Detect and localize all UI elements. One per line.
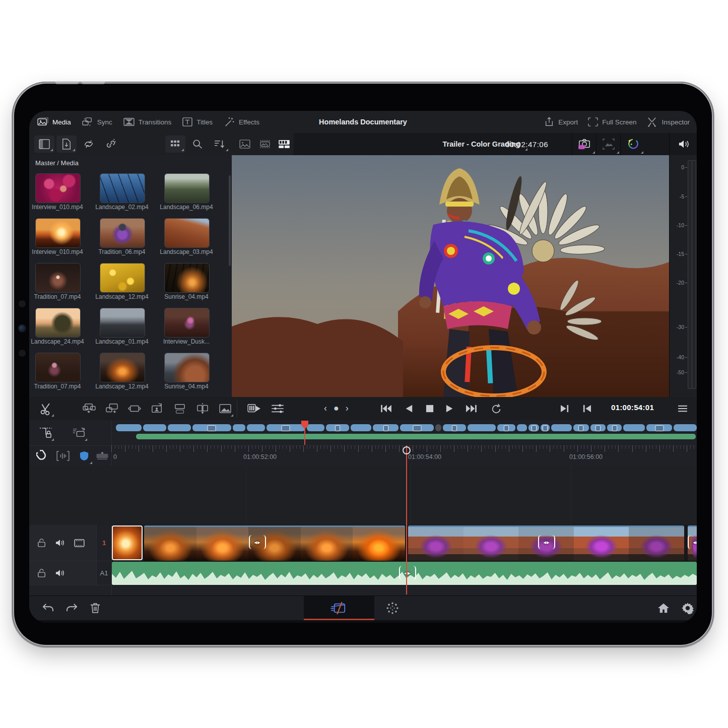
- transition-button[interactable]: [216, 399, 235, 418]
- filmstrip-frame: [574, 527, 629, 561]
- media-thumbnail[interactable]: [100, 218, 145, 248]
- trim-handle[interactable]: ◂▸: [249, 535, 266, 549]
- color-page-tab[interactable]: [383, 599, 402, 618]
- search-button[interactable]: [187, 136, 208, 153]
- video-clip-selected[interactable]: [112, 525, 143, 560]
- home-button[interactable]: [654, 599, 673, 618]
- place-on-top-button[interactable]: [170, 399, 189, 418]
- meter-tick: -50: [673, 369, 684, 375]
- panel-toggle-button[interactable]: [34, 136, 54, 153]
- playhead-lock-tool[interactable]: [36, 423, 55, 442]
- grid-view-button[interactable]: [165, 136, 185, 153]
- settings-button[interactable]: [678, 599, 697, 618]
- smart-insert-button[interactable]: [148, 399, 167, 418]
- media-scrollbar[interactable]: [229, 175, 231, 266]
- sync-lock-tool[interactable]: [70, 423, 89, 442]
- media-thumbnail[interactable]: [100, 308, 145, 338]
- undo-button[interactable]: [38, 599, 57, 618]
- media-thumbnail[interactable]: [164, 308, 210, 338]
- video-preview[interactable]: [232, 155, 669, 397]
- meter-tick: -15: [673, 251, 684, 257]
- color-boost-button[interactable]: [620, 133, 645, 155]
- lock-icon[interactable]: [37, 538, 46, 548]
- go-to-start-button[interactable]: [377, 399, 396, 418]
- snapping-magnet-button[interactable]: [32, 446, 51, 466]
- transform-button[interactable]: [596, 133, 621, 155]
- video-clip-sunset[interactable]: [144, 525, 405, 561]
- audio-meter-header[interactable]: [669, 133, 697, 155]
- media-thumbnail[interactable]: [164, 353, 210, 382]
- cut-page-tab[interactable]: [304, 596, 374, 620]
- overwrite-clip-button[interactable]: [102, 399, 121, 418]
- view-strip-button[interactable]: [274, 136, 294, 153]
- timeline-options-menu[interactable]: [673, 399, 692, 418]
- resync-button[interactable]: [79, 136, 99, 153]
- flag-shield-button[interactable]: [75, 446, 94, 466]
- import-media-button[interactable]: [56, 136, 77, 153]
- track-audio-icon[interactable]: [55, 539, 65, 547]
- go-to-end-button[interactable]: [461, 399, 481, 418]
- full-screen-button[interactable]: Full Screen: [588, 117, 636, 126]
- cut-tool-button[interactable]: [36, 399, 55, 418]
- media-thumbnail[interactable]: [100, 173, 145, 203]
- insert-clip-button[interactable]: [80, 399, 99, 418]
- timeline-playhead[interactable]: [406, 445, 407, 594]
- trim-handle[interactable]: ◂▸: [688, 535, 697, 549]
- add-track-button[interactable]: [93, 446, 112, 466]
- trim-handle[interactable]: ◂▸: [538, 535, 555, 549]
- playhead-handle[interactable]: [403, 446, 411, 454]
- jog-control[interactable]: ‹ ● ›: [324, 403, 351, 414]
- relink-button[interactable]: [101, 136, 121, 153]
- timeline-area: 0 01:00:52:00 01:00:54:00 01:00:56:00 1: [29, 420, 697, 595]
- view-filmstrip-button[interactable]: [255, 136, 275, 153]
- loop-button[interactable]: [487, 399, 506, 418]
- trim-settings-button[interactable]: [268, 399, 287, 418]
- trim-handle[interactable]: ◂▸: [399, 566, 416, 580]
- sort-button[interactable]: [210, 136, 230, 153]
- media-thumbnail[interactable]: [164, 263, 210, 293]
- media-label: Tradition_07.mp4: [29, 383, 90, 390]
- video-track-number[interactable]: 1: [96, 525, 111, 561]
- bezel-sensor: [19, 300, 26, 307]
- audio-scrub-button[interactable]: [53, 446, 73, 466]
- breadcrumb[interactable]: Master / Media: [35, 159, 79, 167]
- camera-grab-still-button[interactable]: [572, 133, 597, 155]
- bottom-bar: [29, 595, 697, 620]
- media-thumbnail[interactable]: [164, 218, 210, 248]
- media-label: Interview_010.mp4: [29, 204, 90, 211]
- media-thumbnail[interactable]: [35, 353, 81, 382]
- media-label: Landscape_12.mp4: [90, 293, 154, 300]
- media-thumbnail[interactable]: [100, 353, 145, 382]
- media-thumbnail[interactable]: [35, 263, 81, 293]
- play-reverse-button[interactable]: [399, 399, 418, 418]
- filmstrip-frame: [353, 527, 405, 561]
- media-thumbnail[interactable]: [35, 308, 81, 338]
- replace-clip-button[interactable]: [125, 399, 144, 418]
- inspector-button[interactable]: Inspector: [646, 117, 690, 127]
- stop-button[interactable]: [420, 399, 439, 418]
- play-button[interactable]: [440, 399, 459, 418]
- timeline-empty-lane[interactable]: [29, 466, 697, 525]
- media-thumbnail[interactable]: [100, 263, 145, 293]
- color-boost-icon: [626, 138, 639, 150]
- media-thumbnail[interactable]: [35, 173, 81, 203]
- lock-icon[interactable]: [37, 568, 46, 578]
- media-thumbnail[interactable]: [35, 218, 81, 248]
- step-backward-button[interactable]: [577, 399, 597, 418]
- timeline-minimap[interactable]: [116, 424, 697, 431]
- delete-button[interactable]: [86, 599, 105, 618]
- media-label: Interview_010.mp4: [29, 248, 90, 255]
- export-button[interactable]: Export: [544, 117, 578, 127]
- track-video-icon[interactable]: [74, 539, 85, 547]
- step-forward-button[interactable]: [555, 399, 574, 418]
- audio-track-number[interactable]: A1: [96, 561, 111, 585]
- media-thumbnail[interactable]: [164, 173, 210, 203]
- media-pool-panel: Master / Media Interview_010.mp4 Landsca…: [29, 155, 232, 397]
- track-audio-icon[interactable]: [55, 569, 65, 577]
- top-button-2: [82, 81, 105, 84]
- view-thumbnail-button[interactable]: [235, 136, 255, 153]
- redo-button[interactable]: [62, 599, 82, 618]
- source-clip-button[interactable]: [245, 399, 264, 418]
- split-clip-button[interactable]: [193, 399, 212, 418]
- export-icon: [544, 117, 554, 127]
